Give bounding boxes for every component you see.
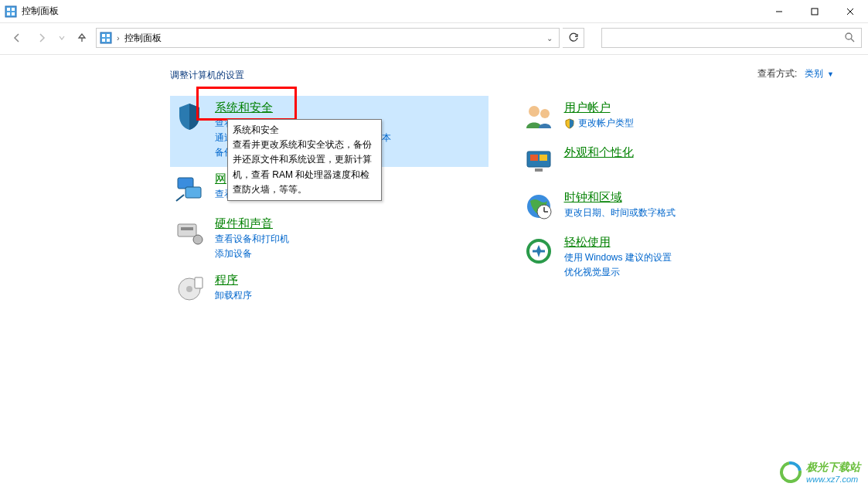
system-security-icon	[173, 100, 206, 133]
window-titlebar: 控制面板	[0, 0, 868, 23]
programs-icon	[173, 273, 206, 305]
tooltip-title: 系统和安全	[233, 123, 376, 138]
svg-rect-11	[107, 34, 110, 37]
svg-rect-1	[7, 8, 10, 11]
user-accounts-body: 用户帐户更改帐户类型	[564, 100, 634, 130]
category-programs: 程序卸载程序	[170, 268, 488, 313]
clock-region-icon	[523, 190, 555, 223]
svg-rect-30	[535, 168, 543, 172]
maximize-button[interactable]	[797, 0, 832, 23]
svg-point-14	[846, 33, 852, 39]
tooltip-body: 查看并更改系统和安全状态，备份并还原文件和系统设置，更新计算机，查看 RAM 和…	[233, 138, 376, 197]
control-panel-app-icon	[5, 5, 17, 18]
toolbar-divider	[0, 54, 868, 55]
watermark-text: 极光下载站	[806, 461, 860, 473]
svg-point-25	[529, 106, 540, 117]
category-hardware-sound: 硬件和声音查看设备和打印机添加设备	[170, 212, 488, 268]
hardware-sound-body: 硬件和声音查看设备和打印机添加设备	[215, 216, 289, 260]
address-bar[interactable]: › 控制面板 ⌄	[96, 28, 560, 48]
svg-rect-12	[102, 39, 105, 42]
user-accounts-icon	[523, 100, 555, 133]
category-user-accounts: 用户帐户更改帐户类型	[519, 96, 838, 141]
ease-of-access-link-1[interactable]: 优化视觉显示	[564, 266, 672, 279]
programs-link-text-0: 卸载程序	[215, 289, 252, 302]
appearance-title[interactable]: 外观和个性化	[564, 145, 634, 160]
hardware-sound-link-text-1: 添加设备	[215, 247, 252, 260]
network-internet-icon	[173, 172, 206, 204]
ease-of-access-link-0[interactable]: 使用 Windows 建议的设置	[564, 251, 672, 264]
back-button[interactable]	[6, 27, 28, 49]
programs-body: 程序卸载程序	[215, 273, 252, 302]
breadcrumb-chevron-icon[interactable]: ›	[117, 33, 120, 43]
minimize-button[interactable]	[761, 0, 797, 23]
svg-rect-28	[530, 155, 538, 161]
content-area: 调整计算机的设置 查看方式: 类别 ▼ 系统和安全查看你的计算机状态通过文件历史…	[0, 61, 868, 313]
hardware-sound-link-0[interactable]: 查看设备和打印机	[215, 233, 289, 246]
hardware-sound-title[interactable]: 硬件和声音	[215, 216, 289, 231]
svg-rect-3	[7, 12, 10, 15]
svg-rect-17	[186, 187, 201, 198]
programs-title[interactable]: 程序	[215, 273, 252, 288]
ease-of-access-body: 轻松使用使用 Windows 建议的设置优化视觉显示	[564, 235, 672, 279]
forward-button[interactable]	[31, 27, 53, 49]
uac-shield-icon	[564, 118, 575, 129]
window-controls	[761, 0, 868, 23]
clock-region-body: 时钟和区域更改日期、时间或数字格式	[564, 190, 676, 219]
category-ease-of-access: 轻松使用使用 Windows 建议的设置优化视觉显示	[519, 230, 838, 287]
svg-rect-10	[102, 34, 105, 37]
address-dropdown-icon[interactable]: ⌄	[543, 34, 556, 43]
watermark: 极光下载站 www.xz7.com	[780, 461, 860, 484]
clock-region-link-text-0: 更改日期、时间或数字格式	[564, 206, 676, 219]
watermark-logo-icon	[776, 458, 806, 488]
hardware-sound-link-text-0: 查看设备和打印机	[215, 233, 289, 246]
ease-of-access-link-text-0: 使用 Windows 建议的设置	[564, 251, 672, 264]
appearance-body: 外观和个性化	[564, 145, 634, 160]
breadcrumb-item[interactable]: 控制面板	[124, 32, 162, 45]
watermark-url: www.xz7.com	[806, 475, 860, 484]
svg-rect-20	[181, 227, 193, 230]
svg-line-15	[851, 39, 854, 42]
svg-rect-2	[12, 8, 15, 11]
page-heading: 调整计算机的设置	[170, 69, 837, 82]
category-clock-region: 时钟和区域更改日期、时间或数字格式	[519, 185, 838, 230]
ease-of-access-icon	[523, 235, 555, 267]
svg-rect-4	[12, 12, 15, 15]
system-security-title[interactable]: 系统和安全	[215, 100, 391, 115]
hardware-sound-icon	[173, 216, 206, 249]
svg-rect-6	[812, 9, 818, 15]
search-box[interactable]	[601, 28, 862, 48]
search-icon	[844, 32, 855, 45]
control-panel-icon	[100, 32, 112, 44]
ease-of-access-link-text-1: 优化视觉显示	[564, 266, 620, 279]
svg-point-21	[193, 235, 203, 244]
user-accounts-link-0[interactable]: 更改帐户类型	[564, 117, 634, 130]
svg-line-18	[176, 195, 184, 201]
user-accounts-link-text-0: 更改帐户类型	[578, 117, 634, 130]
view-mode[interactable]: 查看方式: 类别 ▼	[757, 67, 834, 80]
tooltip: 系统和安全 查看并更改系统和安全状态，备份并还原文件和系统设置，更新计算机，查看…	[227, 119, 382, 201]
close-button[interactable]	[832, 0, 868, 23]
view-mode-label: 查看方式:	[757, 68, 797, 79]
appearance-icon	[523, 145, 555, 178]
svg-rect-29	[540, 155, 547, 161]
up-button[interactable]	[71, 27, 93, 49]
clock-region-link-0[interactable]: 更改日期、时间或数字格式	[564, 206, 676, 219]
view-mode-value[interactable]: 类别	[805, 68, 823, 79]
user-accounts-title[interactable]: 用户帐户	[564, 100, 634, 115]
window-title: 控制面板	[22, 5, 59, 18]
svg-rect-13	[107, 39, 110, 42]
recent-dropdown[interactable]	[56, 27, 68, 49]
navigation-bar: › 控制面板 ⌄	[0, 23, 868, 53]
clock-region-title[interactable]: 时钟和区域	[564, 190, 676, 205]
svg-point-26	[540, 109, 550, 118]
category-appearance: 外观和个性化	[519, 141, 838, 185]
ease-of-access-title[interactable]: 轻松使用	[564, 235, 672, 250]
hardware-sound-link-1[interactable]: 添加设备	[215, 247, 289, 260]
chevron-down-icon[interactable]: ▼	[827, 70, 834, 78]
refresh-button[interactable]	[563, 28, 584, 48]
svg-point-23	[186, 286, 192, 292]
category-column-right: 用户帐户更改帐户类型外观和个性化时钟和区域更改日期、时间或数字格式轻松使用使用 …	[519, 96, 838, 313]
svg-rect-24	[195, 277, 203, 288]
programs-link-0[interactable]: 卸载程序	[215, 289, 252, 302]
